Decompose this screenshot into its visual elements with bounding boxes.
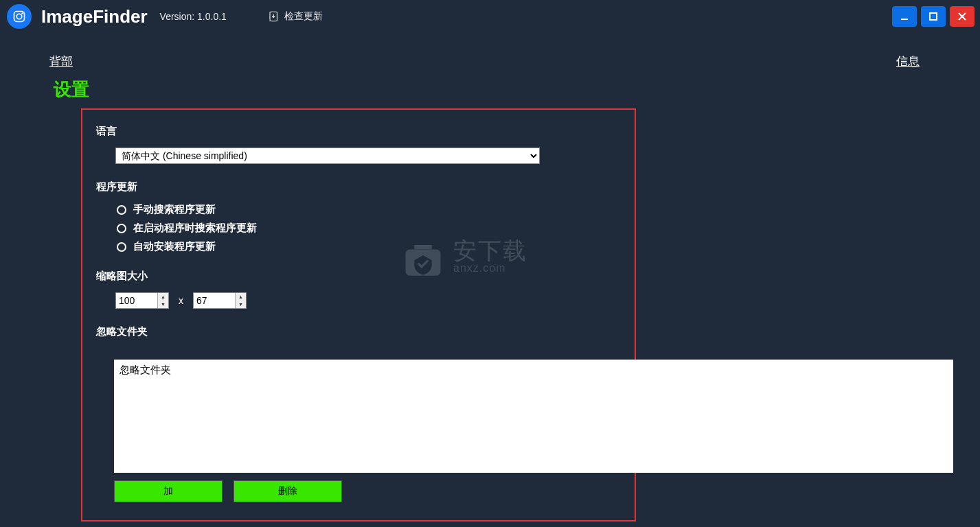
ignore-folder-list[interactable]: 忽略文件夹 — [114, 360, 953, 473]
app-name: ImageFinder — [41, 6, 148, 27]
app-logo-icon — [7, 4, 32, 29]
radio-icon — [117, 224, 126, 233]
update-radio-manual[interactable]: 手动搜索程序更新 — [117, 203, 621, 216]
titlebar: ImageFinder Version: 1.0.0.1 检查更新 — [0, 0, 980, 33]
ignore-buttons: 加 删除 — [114, 480, 342, 502]
maximize-button[interactable] — [921, 6, 946, 27]
update-radio-onstart[interactable]: 在启动程序时搜索程序更新 — [117, 222, 621, 235]
radio-label: 手动搜索程序更新 — [133, 203, 216, 216]
ignore-list-item: 忽略文件夹 — [119, 364, 171, 375]
radio-icon — [117, 205, 126, 215]
check-update-button[interactable]: 检查更新 — [268, 10, 323, 23]
thumb-width-stepper[interactable]: ▲▼ — [115, 292, 169, 309]
back-link[interactable]: 背部 — [49, 54, 73, 69]
radio-label: 在启动程序时搜索程序更新 — [133, 222, 257, 235]
language-section: 语言 简体中文 (Chinese simplified) — [96, 125, 621, 164]
svg-point-1 — [16, 14, 22, 19]
thumb-width-input[interactable] — [116, 293, 157, 308]
dim-separator: x — [179, 295, 183, 306]
nav-row: 背部 信息 — [0, 33, 980, 69]
page-title: 设置 — [0, 69, 980, 114]
radio-icon — [117, 242, 126, 252]
spin-down-icon[interactable]: ▼ — [158, 301, 168, 308]
svg-rect-5 — [930, 13, 937, 20]
close-button[interactable] — [950, 6, 975, 27]
download-icon — [268, 10, 280, 23]
ignore-section: 忽略文件夹 — [96, 325, 621, 338]
check-update-label: 检查更新 — [284, 10, 323, 23]
radio-label: 自动安装程序更新 — [133, 240, 216, 253]
language-label: 语言 — [96, 125, 621, 138]
thumb-height-stepper[interactable]: ▲▼ — [193, 292, 247, 309]
spin-up-icon[interactable]: ▲ — [158, 293, 168, 301]
svg-point-2 — [21, 12, 23, 14]
minimize-button[interactable] — [892, 6, 917, 27]
thumb-section: 缩略图大小 ▲▼ x ▲▼ — [96, 270, 621, 309]
ignore-label: 忽略文件夹 — [96, 325, 621, 338]
spin-down-icon[interactable]: ▼ — [236, 301, 246, 308]
update-section: 程序更新 手动搜索程序更新 在启动程序时搜索程序更新 自动安装程序更新 — [96, 180, 621, 253]
info-link[interactable]: 信息 — [896, 54, 920, 69]
spin-up-icon[interactable]: ▲ — [236, 293, 246, 301]
thumb-label: 缩略图大小 — [96, 270, 621, 283]
add-button[interactable]: 加 — [114, 480, 223, 502]
delete-button[interactable]: 删除 — [233, 480, 342, 502]
app-version: Version: 1.0.0.1 — [160, 11, 227, 22]
thumb-height-input[interactable] — [194, 293, 235, 308]
update-radio-auto[interactable]: 自动安装程序更新 — [117, 240, 621, 253]
update-label: 程序更新 — [96, 180, 621, 194]
window-controls — [892, 6, 975, 27]
language-select[interactable]: 简体中文 (Chinese simplified) — [115, 148, 540, 164]
